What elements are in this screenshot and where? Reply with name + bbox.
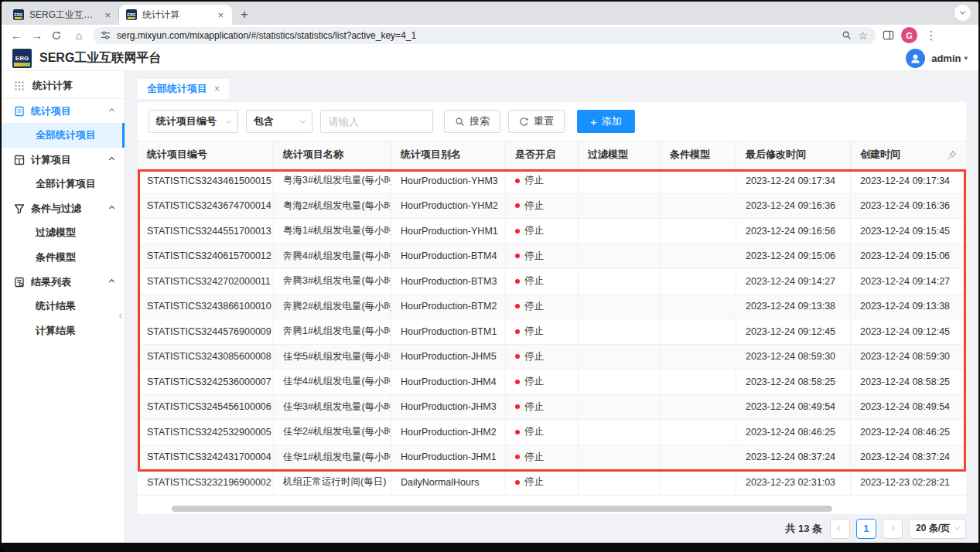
table-row[interactable]: STATISTICS3243866100010奔腾2#机组发电量(每小时)Hou… [138, 295, 966, 320]
status-text: 停止 [524, 199, 544, 213]
sidebar-collapse-handle[interactable] [118, 305, 125, 325]
current-page-button[interactable]: 1 [856, 519, 876, 539]
horizontal-scrollbar[interactable] [139, 506, 965, 512]
cell: 粤海1#机组发电量(每小时) [274, 219, 391, 244]
reset-button[interactable]: 重置 [508, 110, 565, 133]
cell: STATISTICS3242536000007 [138, 370, 274, 394]
cell [579, 295, 661, 319]
cell: HourProduction-BTM4 [391, 244, 506, 269]
close-icon[interactable]: × [103, 10, 112, 20]
close-icon[interactable]: × [216, 10, 225, 20]
table-row[interactable]: STATISTICS3244551700013粤海1#机组发电量(每小时)Hou… [138, 219, 966, 244]
address-bar[interactable]: serg.mixyun.com/mixapplication/#/statist… [93, 27, 876, 44]
cell: HourProduction-YHM2 [391, 194, 506, 219]
table-row[interactable]: STATISTICS3243674700014粤海2#机组发电量(每小时)Hou… [138, 194, 966, 220]
table-row[interactable]: STATISTICS3244576900009奔腾1#机组发电量(每小时)Hou… [138, 319, 966, 345]
app-title: SERG工业互联网平台 [39, 50, 161, 66]
browser-profile-avatar[interactable]: G [901, 27, 917, 43]
cell [661, 269, 736, 294]
sidebar-item-全部计算项目[interactable]: 全部计算项目 [2, 172, 125, 196]
result-list-icon [14, 277, 25, 288]
operator-select[interactable]: 包含 [246, 110, 312, 133]
column-header: 创建时间 [851, 141, 966, 168]
cell [579, 445, 661, 470]
bookmark-star-button[interactable]: ☆ [858, 29, 868, 42]
page-tab-label: 全部统计项目 [147, 82, 207, 96]
home-button[interactable]: ⌂ [72, 29, 86, 42]
back-button[interactable]: ← [9, 29, 23, 42]
cell: STATISTICS3244551700013 [138, 219, 274, 244]
table-row[interactable]: STATISTICS3243461500015粤海3#机组发电量(每小时)Hou… [138, 169, 966, 194]
table-row[interactable]: STATISTICS3243085600008佳华5#机组发电量(每小时)Hou… [138, 345, 966, 370]
cell [579, 370, 661, 394]
cell: HourProduction-YHM1 [391, 219, 506, 244]
sidebar-group-4[interactable]: 结果列表 [2, 270, 125, 294]
table-row[interactable]: STATISTICS3242702000011奔腾3#机组发电量(每小时)Hou… [138, 269, 966, 295]
chevron-up-icon [109, 157, 114, 162]
cell: 2023-12-24 08:37:24 [736, 445, 851, 470]
person-icon [909, 52, 922, 65]
sidebar-item-统计结果[interactable]: 统计结果 [2, 294, 125, 319]
table-row[interactable]: STATISTICS3245456100006佳华3#机组发电量(每小时)Hou… [138, 395, 966, 421]
table-row[interactable]: STATISTICS3242536000007佳华4#机组发电量(每小时)Hou… [138, 370, 966, 395]
field-select[interactable]: 统计项目编号 [149, 110, 238, 133]
table-row[interactable]: STATISTICS3242532900005佳华2#机组发电量(每小时)Hou… [138, 420, 966, 445]
cell: HourProduction-BTM1 [391, 319, 506, 344]
cell: 2023-12-24 09:15:06 [851, 244, 966, 269]
forward-button[interactable]: → [30, 29, 44, 42]
tab-search-button[interactable] [954, 5, 971, 21]
search-lens-button[interactable] [842, 30, 852, 40]
table-row[interactable]: STATISTICS3242431700004佳华1#机组发电量(每小时)Hou… [138, 445, 966, 471]
browser-tab-title: 统计计算 [142, 9, 210, 22]
close-icon[interactable]: × [214, 83, 220, 94]
cell: 2023-12-24 08:46:25 [851, 420, 966, 445]
browser-menu-button[interactable]: ⋮ [924, 29, 938, 43]
browser-tab-strip: ERGSERG工业互联网平台×ERG统计计算× + [2, 2, 978, 25]
user-menu-caret-icon[interactable]: ▾ [964, 54, 968, 62]
table-row[interactable]: STATISTICS3240615700012奔腾4#机组发电量(每小时)Hou… [138, 244, 966, 270]
sidebar-group-3[interactable]: 条件与过滤 [2, 196, 125, 220]
sidebar-item-过滤模型[interactable]: 过滤模型 [2, 220, 125, 245]
chevron-up-icon [109, 108, 114, 114]
scrollbar-thumb[interactable] [172, 506, 832, 512]
sidebar-app-title[interactable]: 统计计算 [2, 73, 125, 99]
status-text: 停止 [524, 174, 544, 187]
pin-icon[interactable] [947, 150, 957, 160]
chevron-down-icon [300, 118, 306, 123]
cell: 佳华1#机组发电量(每小时) [274, 445, 391, 470]
cell: 2023-12-24 08:49:54 [736, 395, 851, 420]
page-size-select[interactable]: 20 条/页 [909, 519, 966, 539]
site-info-icon[interactable] [101, 30, 111, 40]
next-page-button[interactable] [883, 519, 903, 539]
add-button[interactable]: + 添加 [577, 110, 635, 133]
status-dot-icon [515, 229, 520, 233]
prev-page-button[interactable] [830, 519, 850, 539]
status-cell: 停止 [506, 420, 579, 445]
status-dot-icon [515, 203, 520, 208]
browser-tab[interactable]: ERG统计计算× [119, 5, 232, 25]
sidebar-item-全部统计项目[interactable]: 全部统计项目 [2, 123, 125, 148]
app-logo: ERG [12, 49, 32, 68]
new-tab-button[interactable]: + [235, 5, 254, 24]
sidebar-item-条件模型[interactable]: 条件模型 [2, 245, 125, 270]
reload-button[interactable] [51, 30, 65, 41]
username[interactable]: admin [931, 53, 961, 64]
sidebar-group-2[interactable]: 计算项目 [2, 148, 125, 172]
search-input[interactable] [320, 110, 433, 133]
content-card: 统计项目编号 包含 搜索 [138, 102, 966, 514]
chevron-left-icon [837, 526, 842, 531]
search-icon [455, 117, 465, 127]
sidebar-group-1[interactable]: 统计项目 [2, 99, 125, 123]
cell: STATISTICS3245456100006 [138, 395, 274, 420]
search-button[interactable]: 搜索 [444, 110, 500, 133]
page-tab-all-statistics[interactable]: 全部统计项目 × [138, 79, 229, 99]
sidebar-item-计算结果[interactable]: 计算结果 [2, 319, 125, 343]
cell: STATISTICS3243461500015 [138, 169, 274, 193]
table-row[interactable]: STATISTICS3232196900002机组正常运行时间(每日)Daily… [138, 470, 966, 496]
side-panel-button[interactable] [883, 29, 894, 41]
url-text[interactable]: serg.mixyun.com/mixapplication/#/statist… [117, 30, 835, 41]
cell [579, 194, 661, 219]
cell: 2023-12-24 08:49:54 [851, 395, 966, 420]
user-avatar[interactable] [906, 49, 925, 68]
browser-tab[interactable]: ERGSERG工业互联网平台× [6, 5, 119, 25]
